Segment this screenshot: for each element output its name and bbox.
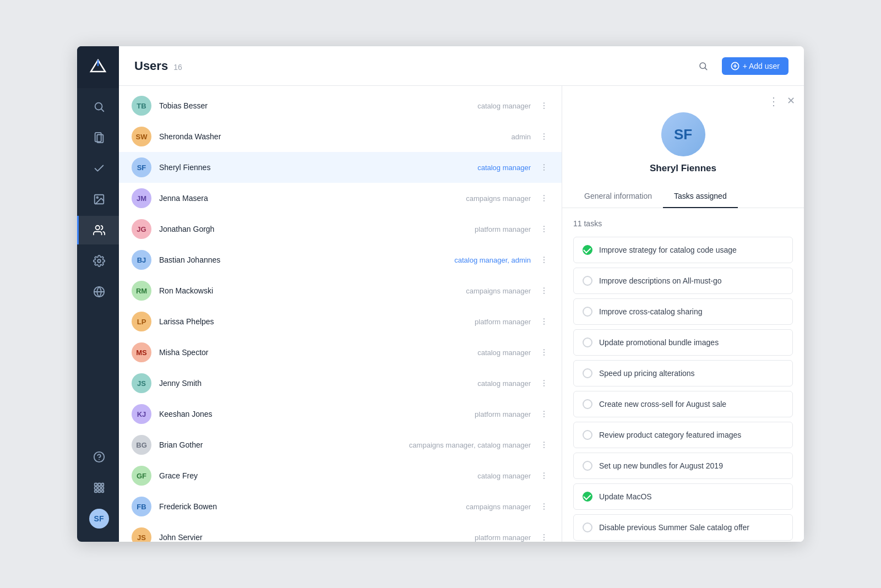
user-row[interactable]: LP Larissa Phelpes platform manager — [119, 306, 562, 337]
task-item[interactable]: Create new cross-sell for August sale — [573, 391, 793, 417]
task-item[interactable]: Improve cross-catalog sharing — [573, 298, 793, 325]
user-menu-button[interactable] — [537, 469, 551, 482]
user-name: Sheronda Washer — [159, 132, 512, 141]
user-menu-button[interactable] — [537, 130, 551, 143]
task-label: Set up new bundles for August 2019 — [599, 461, 723, 470]
task-checkbox[interactable] — [583, 399, 592, 409]
detail-more-button[interactable]: ⋮ — [768, 95, 780, 108]
add-user-button[interactable]: + Add user — [722, 57, 788, 75]
svg-point-28 — [543, 102, 545, 104]
user-avatar: JM — [132, 188, 151, 208]
sidebar-item-users[interactable] — [77, 216, 119, 244]
detail-tab-tasks[interactable]: Tasks assigned — [663, 185, 738, 208]
users-list: TB Tobias Besser catalog manager SW Sher… — [119, 86, 562, 542]
sidebar-item-tasks[interactable] — [77, 154, 119, 183]
task-item[interactable]: Improve strategy for catalog code usage — [573, 237, 793, 263]
task-item[interactable]: Update promotional bundle images — [573, 329, 793, 356]
user-menu-button[interactable] — [537, 161, 551, 174]
svg-rect-16 — [101, 483, 104, 486]
task-checkbox[interactable] — [583, 245, 592, 255]
task-checkbox[interactable] — [583, 492, 592, 502]
user-menu-button[interactable] — [537, 192, 551, 205]
sidebar-item-settings[interactable] — [77, 247, 119, 275]
user-menu-button[interactable] — [537, 407, 551, 421]
user-row[interactable]: BJ Bastian Johannes catalog manager, adm… — [119, 244, 562, 275]
user-menu-button[interactable] — [537, 253, 551, 266]
user-menu-button[interactable] — [537, 346, 551, 359]
svg-point-51 — [543, 324, 545, 325]
user-menu-button[interactable] — [537, 315, 551, 328]
svg-line-24 — [705, 68, 706, 69]
sidebar-item-search[interactable] — [77, 92, 119, 121]
sidebar-item-help[interactable] — [88, 443, 109, 471]
sidebar-item-globe[interactable] — [77, 277, 119, 306]
detail-close-button[interactable]: ✕ — [787, 95, 795, 108]
user-role: catalog manager — [477, 164, 531, 172]
sidebar-nav — [77, 88, 119, 443]
user-detail-panel: ⋮ ✕ SF Sheryl Fiennes General informatio… — [562, 86, 804, 542]
svg-point-72 — [543, 540, 545, 541]
task-checkbox[interactable] — [583, 522, 592, 532]
task-checkbox[interactable] — [583, 368, 592, 378]
svg-rect-17 — [94, 487, 97, 489]
svg-rect-19 — [101, 487, 104, 489]
user-row[interactable]: JS John Servier platform manager — [119, 522, 562, 542]
task-item[interactable]: Update MacOS — [573, 483, 793, 510]
user-menu-button[interactable] — [537, 284, 551, 297]
user-name: Jenna Masera — [159, 194, 466, 203]
task-item[interactable]: Speed up pricing alterations — [573, 360, 793, 386]
user-avatar: BJ — [132, 250, 151, 270]
user-row[interactable]: FB Frederick Bowen campaigns manager — [119, 491, 562, 522]
user-role: catalog manager — [477, 349, 531, 357]
user-menu-button[interactable] — [537, 99, 551, 112]
user-row[interactable]: TB Tobias Besser catalog manager — [119, 90, 562, 121]
sidebar-item-user-avatar[interactable]: SF — [88, 504, 109, 533]
task-checkbox[interactable] — [583, 461, 592, 471]
svg-rect-14 — [94, 483, 97, 486]
svg-point-42 — [543, 231, 545, 232]
user-menu-button[interactable] — [537, 438, 551, 451]
task-item[interactable]: Review product category featured images — [573, 422, 793, 448]
task-checkbox[interactable] — [583, 337, 592, 347]
main-content: Users 16 + Add user T — [119, 46, 804, 542]
user-row[interactable]: GF Grace Frey catalog manager — [119, 460, 562, 491]
user-menu-button[interactable] — [537, 377, 551, 390]
user-row[interactable]: JS Jenny Smith catalog manager — [119, 368, 562, 399]
user-row[interactable]: SF Sheryl Fiennes catalog manager — [119, 152, 562, 183]
sidebar-logo[interactable] — [77, 46, 119, 88]
user-role: admin — [512, 133, 531, 141]
user-role: campaigns manager — [466, 287, 531, 295]
user-row[interactable]: RM Ron Mackowski campaigns manager — [119, 275, 562, 306]
user-menu-button[interactable] — [537, 222, 551, 236]
task-item[interactable]: Improve descriptions on All-must-go — [573, 268, 793, 294]
user-avatar: RM — [132, 281, 151, 301]
svg-point-38 — [543, 198, 545, 199]
sidebar-item-media[interactable] — [77, 185, 119, 214]
user-avatar: GF — [132, 466, 151, 486]
user-name: Bastian Johannes — [159, 255, 454, 264]
user-avatar: MS — [132, 342, 151, 362]
detail-user-name: Sheryl Fiennes — [650, 163, 716, 174]
user-avatar: JG — [132, 219, 151, 239]
svg-point-29 — [543, 105, 545, 106]
user-menu-button[interactable] — [537, 531, 551, 542]
svg-point-30 — [543, 108, 545, 109]
svg-point-50 — [543, 321, 545, 322]
detail-tab-general[interactable]: General information — [573, 185, 663, 208]
user-row[interactable]: SW Sheronda Washer admin — [119, 121, 562, 152]
user-row[interactable]: JM Jenna Masera campaigns manager — [119, 183, 562, 214]
task-item[interactable]: Disable previous Summer Sale catalog off… — [573, 514, 793, 541]
task-item[interactable]: Set up new bundles for August 2019 — [573, 453, 793, 479]
task-checkbox[interactable] — [583, 430, 592, 440]
sidebar-item-apps[interactable] — [88, 473, 109, 502]
task-checkbox[interactable] — [583, 307, 592, 317]
user-row[interactable]: KJ Keeshan Jones platform manager — [119, 399, 562, 429]
task-checkbox[interactable] — [583, 276, 592, 286]
search-button[interactable] — [693, 56, 713, 76]
sidebar-item-files[interactable] — [77, 123, 119, 152]
svg-point-7 — [96, 197, 98, 198]
user-row[interactable]: MS Misha Spector catalog manager — [119, 337, 562, 368]
user-row[interactable]: JG Jonathan Gorgh platform manager — [119, 214, 562, 244]
user-menu-button[interactable] — [537, 500, 551, 513]
user-row[interactable]: BG Brian Gother campaigns manager, catal… — [119, 429, 562, 460]
